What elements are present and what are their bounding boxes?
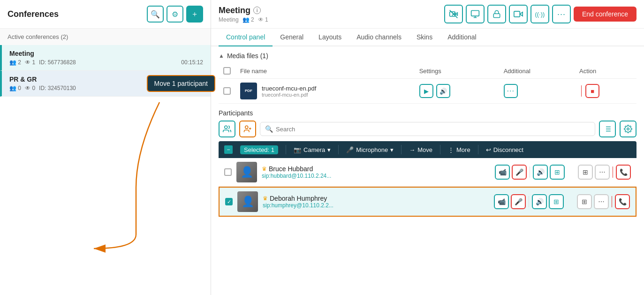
- deborah-disconnect-btn[interactable]: 📞: [615, 194, 630, 209]
- action-bar-divider-5: [478, 145, 478, 154]
- file-name-cell: PDF trueconf-mcu-en.pdf trueconf-mcu-en.…: [235, 79, 415, 104]
- deborah-action-divider-1: [529, 196, 529, 207]
- disconnect-icon: ↩: [486, 146, 491, 153]
- more-action[interactable]: ⋮ More: [448, 146, 470, 153]
- add-conference-button[interactable]: ＋: [186, 6, 203, 23]
- active-conferences-label: Active conferences (2): [0, 29, 211, 45]
- conference-item-meeting[interactable]: Meeting 👥 2 👁 1 ID: 567736828 00:15:12: [0, 45, 211, 71]
- sidebar: Conferences 🔍 ⚙ ＋ Active conferences (2)…: [0, 0, 211, 295]
- main-panel: Meeting i Meeting 👥 2 👁 1 ((: [211, 0, 644, 295]
- deborah-name: ♛ Deborah Humphrey: [263, 195, 489, 202]
- deborah-checkbox[interactable]: ✓: [225, 198, 233, 205]
- more-options-button[interactable]: ···: [552, 5, 571, 23]
- add-group-button[interactable]: [219, 121, 235, 137]
- settings-participants-button[interactable]: [620, 121, 636, 137]
- participant-row-bruce: 👤 ♛ Bruce Hubbard sip:hubbard@10.110.2.2…: [219, 158, 636, 187]
- more-dots-icon: ⋮: [448, 146, 454, 153]
- file-checkbox[interactable]: [223, 87, 231, 95]
- move-icon: →: [409, 146, 415, 153]
- bruce-mic-btn[interactable]: 🎤: [512, 165, 527, 180]
- chevron-icon: ▲: [219, 53, 224, 59]
- bruce-actions: 📹 🎤 🔊 ⊞ ⊞ ··· 📞: [495, 165, 631, 180]
- microphone-icon: 🎤: [346, 146, 354, 153]
- selected-badge: Selected: 1: [240, 145, 278, 154]
- tab-additional[interactable]: Additional: [440, 29, 484, 46]
- deborah-more-btn[interactable]: ···: [594, 194, 609, 209]
- bruce-disconnect-btn[interactable]: 📞: [616, 165, 631, 180]
- file-action-cell: ■: [575, 79, 636, 104]
- conference-item-prgr[interactable]: PR & GR 👥 0 👁 0 ID: 324570130 00:10:05 M…: [0, 71, 211, 97]
- file-table: File name Settings Additional Action PDF: [219, 63, 636, 104]
- deborah-volume-btn[interactable]: 🔊: [532, 194, 547, 209]
- participant-row-deborah: ✓ 👤 ♛ Deborah Humphrey sip:humphrey@10.1…: [219, 187, 636, 217]
- file-row-checkbox: [219, 79, 235, 104]
- bruce-info: ♛ Bruce Hubbard sip:hubbard@10.110.2.24.…: [262, 165, 490, 179]
- bruce-camera-btn[interactable]: 📹: [495, 165, 510, 180]
- file-additional-cell: ···: [499, 79, 575, 104]
- additional-header: Additional: [499, 63, 575, 79]
- deborah-layout-btn[interactable]: ⊞: [549, 194, 564, 209]
- select-all-checkbox[interactable]: [223, 67, 231, 75]
- camera-action[interactable]: 📷 Camera ▾: [294, 146, 331, 153]
- svg-rect-3: [471, 11, 479, 16]
- bruce-more-btn[interactable]: ···: [595, 165, 610, 180]
- sort-button[interactable]: [599, 121, 616, 137]
- sidebar-title: Conferences: [8, 9, 59, 19]
- tab-layouts[interactable]: Layouts: [311, 29, 349, 46]
- action-bar-divider-2: [338, 145, 339, 154]
- tab-control-panel[interactable]: Control panel: [219, 29, 273, 46]
- deborah-grid-btn[interactable]: ⊞: [577, 194, 592, 209]
- file-info: PDF trueconf-mcu-en.pdf trueconf-mcu-en.…: [240, 83, 410, 99]
- participants-header: Participants: [219, 104, 636, 121]
- bruce-red-divider: [613, 166, 613, 178]
- main-header: Meeting i Meeting 👥 2 👁 1 ((: [211, 0, 644, 29]
- crown-icon-bruce: ♛: [262, 166, 267, 172]
- conf-id-meeting: ID: 567736828: [39, 59, 76, 66]
- info-icon[interactable]: i: [253, 7, 261, 14]
- deselect-button[interactable]: −: [224, 145, 233, 154]
- tab-skins[interactable]: Skins: [409, 29, 440, 46]
- bruce-checkbox[interactable]: [224, 168, 232, 176]
- filter-button[interactable]: ⚙: [167, 6, 183, 23]
- move-participant-tooltip: Move 1 participant: [147, 75, 215, 92]
- lock-button[interactable]: [487, 5, 506, 23]
- deborah-red-divider: [612, 196, 612, 207]
- broadcast-button[interactable]: ((·)): [530, 5, 549, 23]
- additional-file-btn[interactable]: ···: [504, 84, 518, 98]
- add-person-button[interactable]: [239, 121, 256, 137]
- disconnect-action[interactable]: ↩ Disconnect: [486, 146, 523, 153]
- deborah-camera-btn[interactable]: 📹: [494, 194, 509, 209]
- bruce-layout-btn[interactable]: ⊞: [550, 165, 565, 180]
- audio-settings-btn[interactable]: 🔊: [436, 84, 450, 98]
- screen-share-button[interactable]: [466, 5, 485, 23]
- search-icon: 🔍: [265, 125, 273, 133]
- microphone-action[interactable]: 🎤 Microphone ▾: [346, 146, 394, 153]
- end-conference-button[interactable]: End conference: [574, 7, 636, 22]
- stop-file-btn[interactable]: ■: [585, 84, 599, 98]
- tab-audio-channels[interactable]: Audio channels: [349, 29, 409, 46]
- action-header: Action: [575, 63, 636, 79]
- camera-icon: 📷: [294, 146, 301, 153]
- bruce-grid-btn[interactable]: ⊞: [578, 165, 593, 180]
- search-button[interactable]: 🔍: [147, 6, 164, 23]
- video-settings-btn[interactable]: ▶: [419, 84, 433, 98]
- main-toolbar: ((·)) ··· End conference: [444, 5, 636, 23]
- participants-toolbar: 🔍: [219, 121, 636, 137]
- file-subname: trueconf-mcu-en.pdf: [262, 92, 316, 98]
- move-action[interactable]: → Move: [409, 146, 432, 153]
- conf-meta-meeting: 👥 2 👁 1 ID: 567736828 00:15:12: [9, 59, 203, 66]
- no-video-button[interactable]: [444, 5, 463, 23]
- camera-button[interactable]: [509, 5, 528, 23]
- file-row: PDF trueconf-mcu-en.pdf trueconf-mcu-en.…: [219, 79, 636, 104]
- deborah-mic-btn[interactable]: 🎤: [511, 194, 526, 209]
- bruce-action-divider-1: [530, 166, 530, 178]
- media-files-header[interactable]: ▲ Media files (1): [219, 46, 636, 63]
- svg-point-7: [245, 126, 248, 129]
- conf-id-prgr: ID: 324570130: [39, 85, 76, 91]
- file-icon: PDF: [240, 83, 257, 99]
- tab-general[interactable]: General: [273, 29, 311, 46]
- bruce-volume-btn[interactable]: 🔊: [533, 165, 548, 180]
- search-input[interactable]: [276, 126, 590, 133]
- conf-meta-left-meeting: 👥 2 👁 1 ID: 567736828: [9, 59, 76, 66]
- media-files-label: Media files (1): [227, 52, 268, 60]
